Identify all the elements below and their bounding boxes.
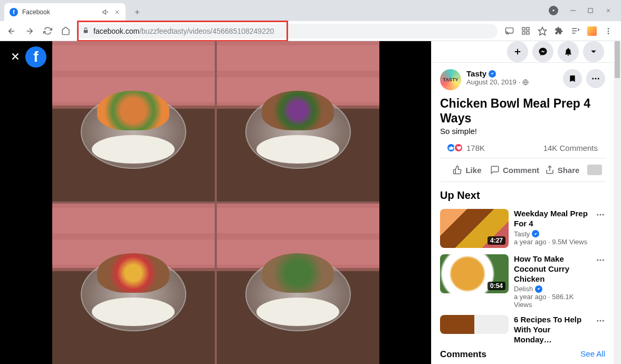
content-area: f TASTY Tasty August 20, 2019 · xyxy=(0,41,621,364)
upnext-item[interactable]: 4:27 Weekday Meal Prep For 4 Tasty a yea… xyxy=(432,206,614,251)
save-button[interactable] xyxy=(563,69,582,88)
svg-point-15 xyxy=(595,78,597,80)
browser-menu-icon[interactable] xyxy=(604,27,613,35)
svg-rect-4 xyxy=(522,27,525,30)
upnext-stats: a year ago · 586.1K Views xyxy=(514,293,590,309)
facebook-logo[interactable]: f xyxy=(25,46,46,68)
upnext-heading: Up Next xyxy=(432,182,614,206)
svg-rect-5 xyxy=(527,27,529,30)
video-duration: 4:27 xyxy=(488,236,505,245)
verified-badge-icon xyxy=(532,230,539,237)
upnext-more-icon[interactable] xyxy=(596,254,605,309)
window-minimize-icon[interactable] xyxy=(570,7,576,14)
nav-home-button[interactable] xyxy=(58,24,73,39)
reading-list-icon[interactable] xyxy=(571,26,580,35)
svg-point-25 xyxy=(603,320,604,322)
svg-point-21 xyxy=(600,260,601,261)
browser-tab[interactable]: f Facebook xyxy=(4,3,126,21)
svg-marker-8 xyxy=(539,27,547,35)
comments-heading: Comments xyxy=(440,349,486,360)
video-pane: f xyxy=(0,41,431,364)
extension-icons xyxy=(501,26,617,36)
svg-rect-3 xyxy=(505,28,513,33)
color-extension-icon[interactable] xyxy=(587,26,597,36)
upnext-thumbnail xyxy=(440,315,509,334)
tab-close-icon[interactable] xyxy=(114,9,120,15)
upnext-more-icon[interactable] xyxy=(596,315,605,344)
top-actions xyxy=(432,41,614,63)
lock-icon xyxy=(82,27,89,35)
action-bar: Like Comment Share xyxy=(440,158,606,182)
window-close-icon[interactable] xyxy=(605,7,612,14)
video-close-button[interactable] xyxy=(9,51,21,64)
upnext-title: 6 Recipes To Help With Your Monday… xyxy=(514,315,590,344)
svg-marker-12 xyxy=(591,51,596,53)
reactions-bar: 178K 14K Comments xyxy=(440,141,606,158)
upnext-item[interactable]: 6 Recipes To Help With Your Monday… xyxy=(432,312,614,344)
window-controls xyxy=(539,0,621,21)
svg-marker-0 xyxy=(552,10,555,12)
scrollbar[interactable] xyxy=(614,41,621,364)
svg-point-16 xyxy=(598,78,599,80)
nav-reload-button[interactable] xyxy=(40,24,55,39)
svg-rect-6 xyxy=(522,32,525,34)
nav-back-button[interactable] xyxy=(4,24,19,39)
see-all-link[interactable]: See All xyxy=(580,349,605,360)
svg-point-23 xyxy=(597,320,598,322)
create-button[interactable] xyxy=(507,41,528,62)
tab-mute-icon[interactable] xyxy=(102,8,110,16)
scroll-thumb[interactable] xyxy=(615,41,620,78)
sidebar: TASTY Tasty August 20, 2019 · Chicken Bo… xyxy=(431,41,621,364)
share-dropdown[interactable] xyxy=(587,165,602,175)
url-domain: facebook.com xyxy=(93,27,139,35)
verified-badge-icon xyxy=(489,70,496,78)
browser-titlebar: f Facebook xyxy=(0,0,621,21)
upnext-more-icon[interactable] xyxy=(596,209,605,248)
share-button[interactable]: Share xyxy=(539,160,585,179)
page-avatar[interactable]: TASTY xyxy=(440,69,461,90)
messenger-button[interactable] xyxy=(532,41,553,62)
upnext-thumbnail: 4:27 xyxy=(440,209,509,248)
post-title: Chicken Bowl Meal Prep 4 Ways xyxy=(432,97,614,126)
url-bar[interactable]: facebook.com/buzzfeedtasty/videos/456685… xyxy=(76,24,498,39)
reactions-count[interactable]: 178K xyxy=(466,143,543,152)
new-tab-button[interactable] xyxy=(130,5,145,20)
upnext-item[interactable]: 0:54 How To Make Coconut Curry Chicken D… xyxy=(432,251,614,312)
grid-icon[interactable] xyxy=(521,26,530,35)
upnext-thumbnail: 0:54 xyxy=(440,254,509,293)
cast-icon[interactable] xyxy=(505,26,514,35)
post-more-button[interactable] xyxy=(586,69,605,88)
svg-point-17 xyxy=(597,214,598,216)
svg-point-19 xyxy=(603,214,604,216)
svg-point-11 xyxy=(608,33,609,34)
nav-forward-button[interactable] xyxy=(22,24,37,39)
url-path: /buzzfeedtasty/videos/456685108249220 xyxy=(139,27,274,35)
svg-point-20 xyxy=(597,260,598,261)
notifications-button[interactable] xyxy=(558,41,579,62)
comment-button[interactable]: Comment xyxy=(490,160,539,179)
account-button[interactable] xyxy=(583,41,604,62)
video-player[interactable] xyxy=(52,41,379,364)
svg-point-10 xyxy=(608,30,609,32)
svg-rect-7 xyxy=(527,32,529,34)
comments-header: Comments See All xyxy=(432,345,614,363)
svg-point-18 xyxy=(600,214,601,216)
window-maximize-icon[interactable] xyxy=(588,8,594,14)
tab-favicon: f xyxy=(9,8,18,16)
browser-profile-icon[interactable] xyxy=(549,6,558,15)
upnext-page[interactable]: Delish xyxy=(514,285,590,293)
reaction-icons[interactable] xyxy=(448,143,463,152)
page-name[interactable]: Tasty xyxy=(466,69,558,78)
post-date[interactable]: August 20, 2019 · xyxy=(466,78,558,86)
extensions-puzzle-icon[interactable] xyxy=(555,26,563,35)
svg-point-14 xyxy=(592,78,594,80)
post-subtitle: So simple! xyxy=(432,126,614,141)
like-button[interactable]: Like xyxy=(444,160,490,179)
svg-point-22 xyxy=(603,260,604,261)
svg-rect-1 xyxy=(588,8,593,12)
upnext-page[interactable]: Tasty xyxy=(514,230,590,238)
comments-count[interactable]: 14K Comments xyxy=(543,143,598,152)
bookmark-star-icon[interactable] xyxy=(538,26,547,36)
post-header: TASTY Tasty August 20, 2019 · xyxy=(432,63,614,97)
upnext-title: Weekday Meal Prep For 4 xyxy=(514,209,590,229)
